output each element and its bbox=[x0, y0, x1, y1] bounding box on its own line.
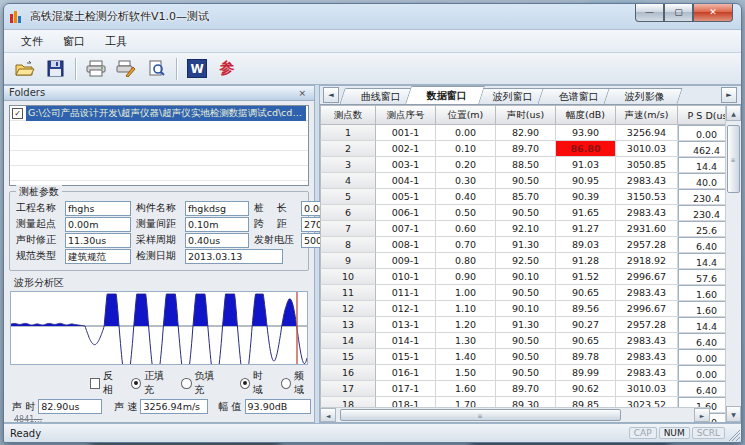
table-row[interactable]: 17017-11.6089.7090.623010.036.40 bbox=[320, 381, 725, 397]
table-cell[interactable]: 14.4 bbox=[678, 157, 725, 173]
minimize-button[interactable]: — bbox=[635, 4, 664, 22]
print-setup-button[interactable] bbox=[111, 55, 141, 83]
table-cell[interactable]: 91.03 bbox=[556, 157, 616, 173]
table-cell[interactable]: 1.20 bbox=[436, 317, 496, 333]
column-header-6[interactable]: P S D(us bbox=[678, 105, 725, 125]
table-cell[interactable]: 4 bbox=[320, 173, 376, 189]
table-row[interactable]: 13013-11.2091.3090.272957.2814.4 bbox=[320, 317, 725, 333]
table-cell[interactable]: 89.78 bbox=[556, 349, 616, 365]
table-cell[interactable]: 89.99 bbox=[556, 365, 616, 381]
table-cell[interactable]: 8 bbox=[320, 237, 376, 253]
table-cell[interactable]: 16 bbox=[320, 365, 376, 381]
wave-field-value[interactable]: 93.90dB bbox=[245, 399, 311, 414]
table-cell[interactable]: 1.30 bbox=[436, 333, 496, 349]
param-field[interactable]: 0.00m bbox=[65, 217, 131, 232]
table-cell[interactable]: 2931.60 bbox=[616, 221, 678, 237]
radio-icon[interactable] bbox=[240, 378, 250, 389]
table-cell[interactable]: 1.10 bbox=[436, 301, 496, 317]
file-item[interactable]: ✓ G:\公司产品设计开发\超声仪器\超声仪实地检测数据调试cd\cd03\cd… bbox=[10, 106, 308, 121]
wave-field-value[interactable]: 3256.94m/s bbox=[140, 399, 208, 414]
table-cell[interactable]: 85.70 bbox=[496, 189, 556, 205]
horizontal-scrollbar[interactable]: ◄ ≡ ► bbox=[320, 407, 710, 422]
table-cell[interactable]: 2996.67 bbox=[616, 301, 678, 317]
table-row[interactable]: 12012-11.1090.1089.562996.671.60 bbox=[320, 301, 725, 317]
table-cell[interactable]: 14 bbox=[320, 333, 376, 349]
table-cell[interactable]: 15 bbox=[320, 349, 376, 365]
table-cell[interactable]: 90.27 bbox=[556, 317, 616, 333]
table-cell[interactable]: 93.90 bbox=[556, 125, 616, 141]
table-cell[interactable]: 86.80 bbox=[556, 141, 616, 157]
radio-icon[interactable] bbox=[281, 378, 291, 389]
table-cell[interactable]: 1.60 bbox=[678, 285, 725, 301]
table-cell[interactable]: 82.90 bbox=[496, 125, 556, 141]
table-cell[interactable]: 91.52 bbox=[556, 269, 616, 285]
table-cell[interactable]: 2983.43 bbox=[616, 173, 678, 189]
tab-波列影像[interactable]: 波列影像 bbox=[603, 88, 682, 104]
table-row[interactable]: 2002-10.1089.7086.803010.03462.4 bbox=[320, 141, 725, 157]
menu-工具[interactable]: 工具 bbox=[96, 32, 136, 51]
table-cell[interactable]: 91.28 bbox=[556, 253, 616, 269]
close-button[interactable]: ✕ bbox=[693, 4, 733, 22]
open-button[interactable] bbox=[10, 55, 40, 83]
table-cell[interactable]: 004-1 bbox=[376, 173, 436, 189]
table-cell[interactable]: 0.70 bbox=[436, 237, 496, 253]
table-cell[interactable]: 90.39 bbox=[556, 189, 616, 205]
table-cell[interactable]: 92.10 bbox=[496, 221, 556, 237]
wave-field-value[interactable]: 82.90us bbox=[38, 399, 102, 414]
table-cell[interactable]: 008-1 bbox=[376, 237, 436, 253]
table-row[interactable]: 1001-10.0082.9093.903256.940.00 bbox=[320, 125, 725, 141]
table-cell[interactable]: 3150.53 bbox=[616, 189, 678, 205]
table-cell[interactable]: 006-1 bbox=[376, 205, 436, 221]
table-cell[interactable]: 005-1 bbox=[376, 189, 436, 205]
table-cell[interactable]: 0.40 bbox=[436, 189, 496, 205]
table-cell[interactable]: 0.10 bbox=[436, 141, 496, 157]
menu-窗口[interactable]: 窗口 bbox=[54, 32, 94, 51]
menu-文件[interactable]: 文件 bbox=[12, 32, 52, 51]
table-cell[interactable]: 90.50 bbox=[496, 173, 556, 189]
table-cell[interactable]: 230.4 bbox=[678, 205, 725, 221]
table-cell[interactable]: 001-1 bbox=[376, 125, 436, 141]
table-row[interactable]: 9009-10.8092.5091.282918.9214.4 bbox=[320, 253, 725, 269]
table-cell[interactable]: 1.60 bbox=[436, 381, 496, 397]
folders-close-icon[interactable]: × bbox=[295, 88, 309, 98]
table-cell[interactable]: 91.30 bbox=[496, 237, 556, 253]
scroll-left-icon[interactable]: ◄ bbox=[320, 408, 336, 422]
table-cell[interactable]: 88.50 bbox=[496, 157, 556, 173]
table-row[interactable]: 15015-11.4090.5089.782983.430.00 bbox=[320, 349, 725, 365]
param-field[interactable]: 0.40us bbox=[185, 233, 249, 248]
table-cell[interactable]: 90.95 bbox=[556, 173, 616, 189]
table-cell[interactable]: 6 bbox=[320, 205, 376, 221]
table-cell[interactable]: 89.70 bbox=[496, 381, 556, 397]
table-cell[interactable]: 90.10 bbox=[496, 301, 556, 317]
param-field[interactable]: 11.30us bbox=[65, 233, 131, 248]
table-row[interactable]: 11011-11.0090.5090.652983.431.60 bbox=[320, 285, 725, 301]
table-cell[interactable]: 91.27 bbox=[556, 221, 616, 237]
table-row[interactable]: 6006-10.5090.5091.652983.43230.4 bbox=[320, 205, 725, 221]
table-cell[interactable]: 90.62 bbox=[556, 381, 616, 397]
scroll-right-icon[interactable]: ► bbox=[694, 408, 710, 422]
waveform-plot[interactable] bbox=[10, 291, 308, 365]
table-cell[interactable]: 90.65 bbox=[556, 285, 616, 301]
save-button[interactable] bbox=[40, 55, 70, 83]
table-row[interactable]: 14014-11.3090.5090.652983.436.40 bbox=[320, 333, 725, 349]
file-checkbox[interactable]: ✓ bbox=[12, 108, 23, 119]
table-cell[interactable]: 2957.28 bbox=[616, 237, 678, 253]
export-word-button[interactable]: W bbox=[182, 55, 212, 83]
table-cell[interactable]: 015-1 bbox=[376, 349, 436, 365]
table-cell[interactable]: 12 bbox=[320, 301, 376, 317]
table-cell[interactable]: 011-1 bbox=[376, 285, 436, 301]
title-bar[interactable]: 高铁混凝土检测分析软件V1.0—测试 — ▢ ✕ bbox=[4, 4, 741, 29]
table-row[interactable]: 10010-10.9090.1091.522996.6757.6 bbox=[320, 269, 725, 285]
vertical-scrollbar[interactable]: ▲ ≡ ▼ bbox=[725, 105, 741, 422]
table-cell[interactable]: 90.10 bbox=[496, 269, 556, 285]
param-field[interactable]: fhgkdsg bbox=[185, 201, 249, 216]
table-cell[interactable]: 0.20 bbox=[436, 157, 496, 173]
table-cell[interactable]: 90.50 bbox=[496, 333, 556, 349]
table-cell[interactable]: 10 bbox=[320, 269, 376, 285]
column-header-4[interactable]: 幅度(dB) bbox=[556, 105, 616, 125]
table-cell[interactable]: 3 bbox=[320, 157, 376, 173]
table-cell[interactable]: 57.6 bbox=[678, 269, 725, 285]
table-cell[interactable]: 010-1 bbox=[376, 269, 436, 285]
table-cell[interactable]: 3010.03 bbox=[616, 141, 678, 157]
column-header-2[interactable]: 位置(m) bbox=[436, 105, 496, 125]
